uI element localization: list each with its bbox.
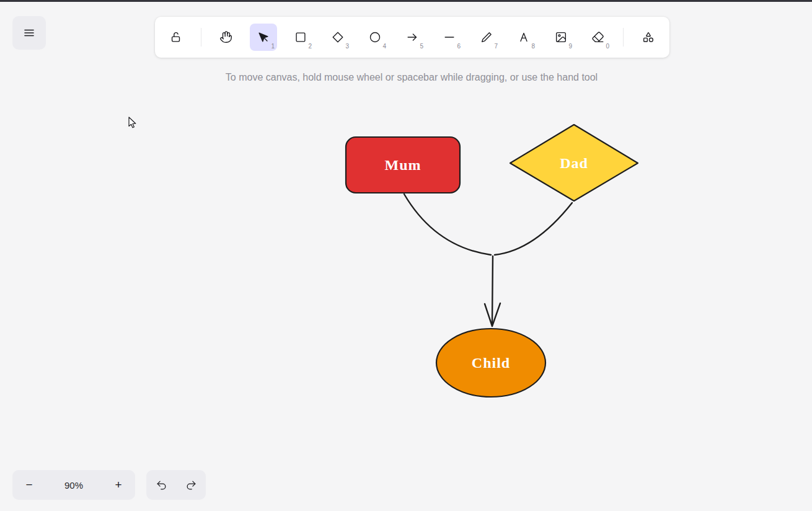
shape-child[interactable]: Child: [436, 329, 545, 397]
mum-label: Mum: [385, 157, 421, 173]
minus-icon: −: [25, 478, 32, 492]
redo-button[interactable]: [176, 470, 206, 500]
whiteboard-canvas[interactable]: Mum Dad Child: [0, 0, 812, 511]
redo-arrow-icon: [185, 479, 197, 491]
connector-dad-to-junction[interactable]: [495, 203, 572, 255]
mouse-cursor: [127, 117, 138, 129]
undo-arrow-icon: [156, 479, 167, 491]
connector-mum-to-junction[interactable]: [404, 194, 491, 255]
shape-dad[interactable]: Dad: [510, 125, 638, 201]
plus-icon: +: [115, 478, 121, 492]
zoom-out-button[interactable]: −: [12, 470, 46, 500]
dad-label: Dad: [560, 155, 588, 171]
zoom-controls: − 90% +: [12, 470, 135, 500]
undo-button[interactable]: [146, 470, 176, 500]
child-label: Child: [472, 355, 510, 371]
zoom-level[interactable]: 90%: [46, 470, 102, 500]
history-controls: [146, 470, 206, 500]
zoom-in-button[interactable]: +: [102, 470, 135, 500]
connector-junction-to-child[interactable]: [492, 256, 493, 324]
shape-mum[interactable]: Mum: [346, 137, 460, 193]
